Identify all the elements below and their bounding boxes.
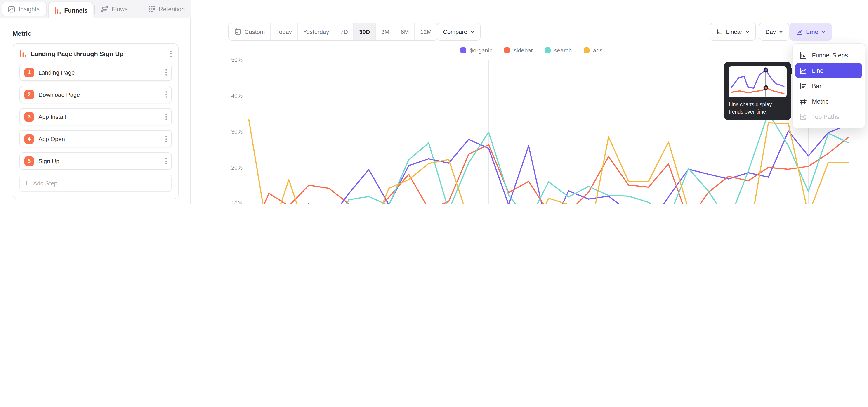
tab-flows[interactable]: Flows (95, 2, 141, 16)
report-tab-strip: InsightsFunnelsFlowsRetention (0, 0, 191, 19)
menu-item-label: Top Paths (812, 113, 839, 120)
funnel-step-3[interactable]: 3App Install (20, 108, 172, 125)
funnel-step-5[interactable]: 5Sign Up (20, 152, 172, 169)
menu-item-metric[interactable]: Metric (795, 94, 862, 109)
funnel-step-4[interactable]: 4App Open (20, 130, 172, 148)
flows-icon (100, 5, 108, 13)
series-line-search[interactable] (249, 113, 848, 204)
funnel-steps-icon (799, 51, 807, 59)
menu-item-bar[interactable]: Bar (795, 78, 862, 94)
tab-retention[interactable]: Retention (143, 2, 191, 16)
y-axis-label: 40% (231, 92, 243, 99)
y-axis-label: 50% (231, 57, 243, 63)
tab-label: Funnels (64, 7, 88, 14)
insights-icon (8, 5, 16, 13)
range-label: Yesterday (303, 28, 329, 35)
step-label: Sign Up (38, 158, 161, 164)
tab-label: Insights (19, 6, 39, 12)
interval-dropdown[interactable]: Day (759, 23, 789, 41)
step-kebab-icon[interactable] (165, 91, 167, 98)
step-number-badge: 4 (24, 134, 34, 144)
range-yesterday[interactable]: Yesterday (298, 23, 335, 40)
step-kebab-icon[interactable] (165, 69, 167, 75)
menu-item-label: Bar (812, 83, 822, 89)
step-number-badge: 3 (24, 112, 34, 121)
step-number-badge: 2 (24, 90, 34, 99)
retention-icon (148, 5, 156, 13)
range-label: 12M (420, 28, 432, 35)
add-step-label: Add Step (33, 180, 57, 187)
day-label: Day (765, 28, 776, 35)
funnels-icon (54, 6, 61, 14)
range-custom[interactable]: Custom (229, 23, 271, 40)
app-window: InsightsFunnelsFlowsRetention Metric Lan… (0, 0, 868, 204)
chart-type-tooltip: Line charts display trends over time. (724, 62, 791, 120)
line-chart-icon (799, 67, 807, 74)
menu-item-top-paths: Top Paths (795, 109, 862, 124)
range-7d[interactable]: 7D (335, 23, 354, 40)
menu-item-label: Funnel Steps (812, 52, 848, 59)
funnel-metric-card: Landing Page through Sign Up 1Landing Pa… (13, 43, 179, 199)
step-kebab-icon[interactable] (165, 136, 167, 142)
chart-type-dropdown[interactable]: Line (789, 23, 832, 41)
tab-separator (142, 4, 143, 13)
menu-item-funnel-steps[interactable]: Funnel Steps (795, 48, 862, 63)
step-number-badge: 5 (24, 156, 34, 166)
metric-heading: Metric (13, 30, 179, 37)
tooltip-text: Line charts display trends over time. (729, 101, 786, 115)
scale-dropdown[interactable]: Linear (710, 23, 756, 41)
tab-funnels[interactable]: Funnels (49, 2, 93, 19)
plus-icon: + (24, 180, 29, 187)
linear-scale-icon (716, 28, 723, 35)
metric-heading-label: Metric (13, 30, 31, 37)
line-label: Line (806, 28, 818, 35)
tab-label: Retention (159, 6, 185, 12)
linear-label: Linear (726, 28, 742, 35)
menu-item-label: Line (812, 67, 824, 74)
y-axis-label: 30% (231, 128, 243, 135)
y-axis-label: 20% (231, 164, 243, 171)
range-label: Custom (245, 28, 265, 35)
tab-insights[interactable]: Insights (2, 2, 46, 16)
tooltip-mini-chart (729, 66, 786, 97)
range-today[interactable]: Today (271, 23, 298, 40)
line-chart-icon (796, 28, 803, 35)
calendar-icon (234, 28, 241, 35)
series-line-ads[interactable] (249, 120, 848, 204)
metric-icon (799, 97, 807, 105)
funnel-kebab-icon[interactable] (170, 51, 172, 57)
menu-item-label: Metric (812, 98, 829, 105)
range-label: Today (276, 28, 292, 35)
range-label: 30D (359, 28, 370, 35)
step-label: App Install (38, 113, 161, 120)
chart-type-menu: Funnel StepsLineBarMetricTop Paths (792, 43, 865, 128)
step-number-badge: 1 (24, 68, 34, 77)
range-12m[interactable]: 12M (415, 23, 437, 40)
tab-label: Flows (112, 6, 128, 12)
funnel-metric-icon (20, 50, 26, 57)
top-paths-icon (799, 113, 807, 121)
range-label: 6M (401, 28, 409, 35)
range-6m[interactable]: 6M (395, 23, 415, 40)
menu-item-line[interactable]: Line (795, 63, 862, 78)
range-3m[interactable]: 3M (376, 23, 395, 40)
y-axis-label: 10% (231, 200, 243, 204)
sidebar: Metric Landing Page through Sign Up 1Lan… (0, 18, 191, 204)
funnel-step-1[interactable]: 1Landing Page (20, 64, 172, 81)
step-label: Landing Page (38, 69, 161, 76)
date-range-control: CustomTodayYesterday7D30D3M6M12M (228, 23, 438, 41)
step-kebab-icon[interactable] (165, 158, 167, 164)
add-step-button[interactable]: + Add Step (20, 175, 172, 192)
funnel-name: Landing Page through Sign Up (31, 50, 166, 57)
step-kebab-icon[interactable] (165, 114, 167, 120)
range-label: 7D (340, 28, 348, 35)
compare-button[interactable]: Compare (437, 23, 481, 41)
bar-chart-icon (799, 82, 807, 90)
range-30d[interactable]: 30D (354, 23, 376, 40)
series-line-organic[interactable] (249, 125, 848, 204)
series-line-sidebar[interactable] (249, 137, 848, 204)
compare-label: Compare (443, 28, 467, 35)
tab-separator (94, 4, 95, 13)
funnel-step-2[interactable]: 2Download Page (20, 86, 172, 103)
range-label: 3M (381, 28, 390, 35)
